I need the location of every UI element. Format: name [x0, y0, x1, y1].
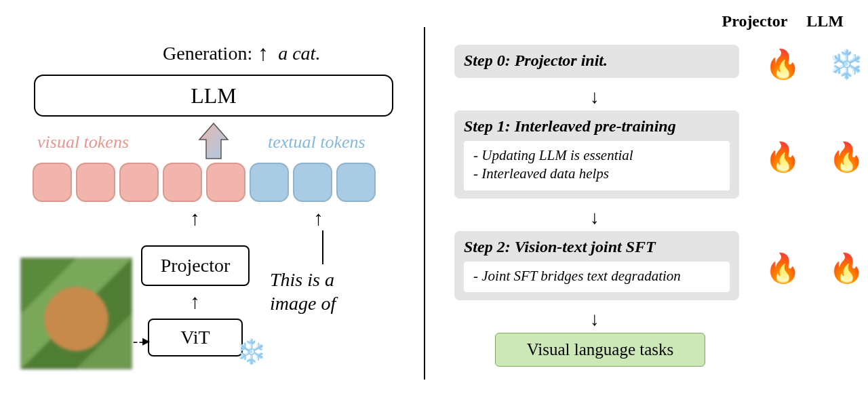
- architecture-diagram: Generation: ↑ a cat. LLM visual tokens t…: [0, 0, 420, 408]
- visual-token: [206, 163, 245, 202]
- generation-output: a cat.: [278, 43, 320, 64]
- token-row: [33, 163, 376, 202]
- input-image-cat: [20, 258, 132, 369]
- step1-bullet1: - Updating LLM is essential: [473, 146, 723, 165]
- text-token: [336, 163, 376, 202]
- visual-token: [76, 163, 115, 202]
- text-token: [250, 163, 289, 202]
- projector-box: Projector: [141, 245, 250, 286]
- header-llm: LLM: [806, 12, 844, 30]
- fire-icon: 🔥: [765, 140, 800, 174]
- header-projector: Projector: [722, 12, 788, 30]
- step2-row: Step 2: Vision-text joint SFT - Joint SF…: [454, 231, 864, 306]
- generation-label: Generation:: [163, 43, 252, 64]
- visual-token: [119, 163, 159, 202]
- fire-icon: 🔥: [765, 251, 800, 285]
- prompt-line2: image of: [270, 293, 336, 314]
- step1-bullet2: - Interleaved data helps: [473, 165, 723, 183]
- down-arrow-icon: ↓: [590, 308, 864, 330]
- step2-bullet1: - Joint SFT bridges text degradation: [473, 267, 723, 285]
- visual-token: [163, 163, 202, 202]
- final-output-box: Visual language tasks: [495, 333, 705, 367]
- step1-card: Step 1: Interleaved pre-training - Updat…: [454, 110, 739, 199]
- down-arrow-icon: ↓: [590, 207, 864, 228]
- step1-title: Step 1: Interleaved pre-training: [464, 117, 730, 136]
- step2-card: Step 2: Vision-text joint SFT - Joint SF…: [454, 231, 739, 300]
- visual-tokens-label: visual tokens: [37, 132, 129, 152]
- step0-title: Step 0: Projector init.: [464, 52, 730, 70]
- merge-up-arrow-icon: [197, 122, 231, 161]
- dashed-right-arrow-icon: - -▸: [133, 332, 149, 350]
- training-pipeline: Projector LLM Step 0: Projector init. 🔥 …: [420, 0, 868, 408]
- generation-row: Generation: ↑ a cat.: [163, 41, 320, 66]
- step2-title: Step 2: Vision-text joint SFT: [464, 238, 730, 256]
- column-headers: Projector LLM: [722, 12, 844, 30]
- up-arrow-icon: ↑: [313, 207, 323, 230]
- prompt-text: This is a image of: [270, 268, 336, 315]
- fire-icon: 🔥: [765, 47, 800, 81]
- visual-token: [33, 163, 72, 202]
- snowflake-icon: ❄️: [236, 338, 267, 366]
- fire-icon: 🔥: [829, 251, 864, 285]
- arrow-shaft: [322, 230, 323, 264]
- llm-box: LLM: [34, 75, 393, 117]
- prompt-line1: This is a: [270, 269, 334, 290]
- fire-icon: 🔥: [829, 140, 864, 174]
- up-arrow-icon: ↑: [258, 41, 269, 66]
- snowflake-icon: ❄️: [829, 47, 864, 81]
- up-arrow-icon: ↑: [190, 207, 200, 230]
- vit-box: ViT: [148, 319, 243, 356]
- down-arrow-icon: ↓: [590, 86, 864, 108]
- step0-row: Step 0: Projector init. 🔥 ❄️: [454, 45, 864, 83]
- step0-card: Step 0: Projector init.: [454, 45, 739, 78]
- up-arrow-icon: ↑: [190, 290, 200, 313]
- step1-row: Step 1: Interleaved pre-training - Updat…: [454, 110, 864, 204]
- text-token: [293, 163, 332, 202]
- textual-tokens-label: textual tokens: [268, 132, 366, 152]
